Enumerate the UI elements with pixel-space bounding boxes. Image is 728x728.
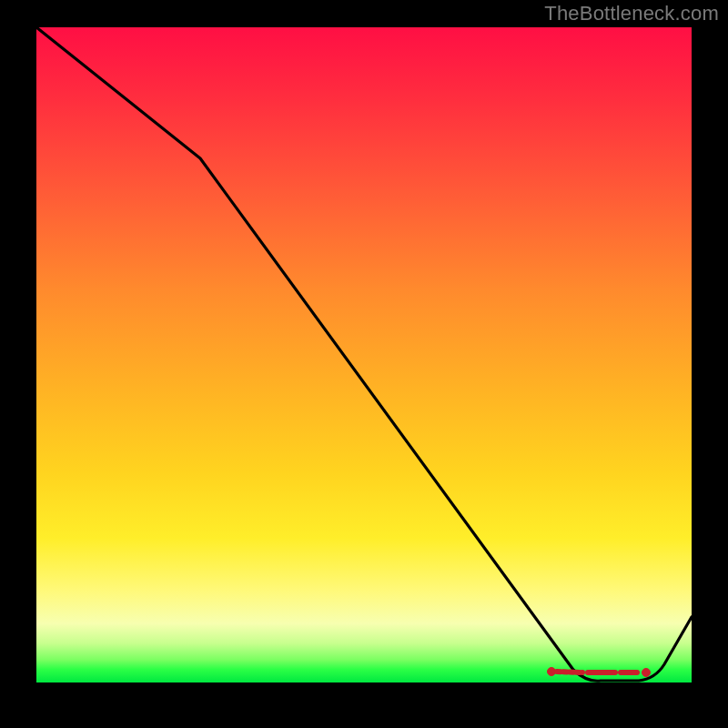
svg-point-4 <box>642 669 651 677</box>
svg-line-1 <box>557 672 582 672</box>
min-band-marker <box>548 668 651 677</box>
attribution-label: TheBottleneck.com <box>544 2 719 25</box>
line-series <box>36 27 692 682</box>
chart-root: TheBottleneck.com <box>0 0 728 728</box>
plot-area <box>36 27 692 682</box>
bottleneck-curve-path <box>36 27 692 681</box>
